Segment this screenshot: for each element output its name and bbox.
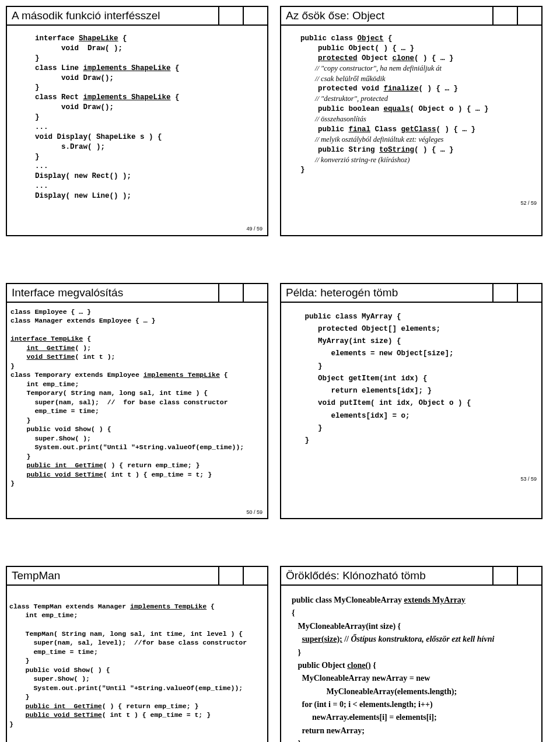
code-text: clone()	[347, 661, 370, 670]
code-text	[292, 635, 302, 643]
code-text: toString	[379, 146, 414, 154]
tab-box	[494, 567, 518, 584]
code-text: ( Object o ) { … }	[410, 105, 489, 113]
page-number: 50 / 59	[246, 509, 262, 516]
comment-text: // konverzió string-re (kiíráshoz)	[300, 156, 410, 164]
code-text: for (int i = 0; i < elements.length; i++…	[292, 700, 433, 709]
code-text: {	[118, 34, 127, 43]
code-text: }	[9, 657, 30, 664]
code-text: finalize	[384, 85, 419, 93]
code-text: public class MyCloneableArray	[292, 596, 404, 604]
tab-box	[244, 7, 267, 24]
code-text: clone	[393, 54, 415, 62]
code-text	[10, 353, 27, 360]
code-text: Class	[370, 125, 401, 134]
code-text: emp_time = time;	[10, 407, 99, 415]
code-text: protected void	[300, 85, 384, 93]
code-text: public class	[300, 34, 358, 43]
slide-title: Interface megvalósítás	[7, 284, 219, 302]
code-text: ( ) { … }	[414, 54, 454, 62]
tab-box	[518, 7, 541, 24]
slide-body: public class Object { public Object( ) {…	[281, 26, 541, 209]
code-text: }	[10, 480, 15, 487]
slide-body: class Employee { … } class Manager exten…	[7, 303, 267, 518]
code-text: interface	[35, 34, 79, 43]
code-text: super(size);	[302, 635, 342, 643]
code-text: final	[349, 125, 371, 134]
comment-text: Őstípus konstruktora, először ezt kell h…	[351, 635, 494, 643]
code-text: }	[35, 83, 40, 92]
code-text: ShapeLike	[79, 34, 118, 43]
code-text: }	[292, 739, 301, 742]
title-bar: Öröklődés: Klónozható tömb	[281, 567, 541, 586]
code-text: super(nam, sal); // for base class const…	[10, 398, 228, 406]
slide-title: Az ősök őse: Object	[281, 7, 494, 24]
code-text: }	[10, 453, 31, 460]
code-text: implements TempLike	[130, 603, 206, 610]
code-text: super.Show( );	[10, 435, 91, 442]
comment-text: // csak belülről működik	[300, 75, 385, 83]
code-text: {	[384, 34, 393, 43]
code-text: MyArray(int size) {	[305, 337, 401, 345]
code-text: int emp_time;	[10, 380, 79, 388]
code-text: getClass	[401, 125, 436, 134]
comment-text: // összehasonlítás	[300, 115, 366, 123]
code-text: class Employee { … }	[10, 308, 91, 316]
code-text: void putItem( int idx, Object o ) {	[305, 399, 471, 407]
slide-51: TempMan class TempMan extends Manager im…	[6, 566, 268, 742]
slide-body: public class MyCloneableArray extends My…	[281, 586, 541, 742]
code-text: ( ) { … }	[419, 85, 459, 93]
code-text: {	[220, 371, 228, 379]
slide-title: Példa: heterogén tömb	[281, 284, 494, 302]
code-text: ...	[35, 123, 48, 131]
comment-text: // "copy constructor", ha nem definiálju…	[300, 64, 442, 72]
tab-box	[219, 567, 244, 584]
code-text: }	[305, 362, 323, 370]
code-text: public void SetTime	[26, 711, 102, 719]
tab-box	[219, 7, 244, 24]
code-text: newArray.elements[i] = elements[i];	[292, 713, 437, 722]
slide-title: A második funkció interfésszel	[7, 7, 219, 24]
code-text: elements[idx] = o;	[305, 412, 410, 420]
code-text: MyCloneableArray newArray = new	[292, 674, 430, 682]
code-text: public int GetTime	[26, 702, 102, 710]
slide-title: Öröklődés: Klónozható tömb	[281, 567, 494, 584]
code-text: class Temporary extends Employee	[10, 371, 144, 379]
code-text: ( int t ) { emp_time = t; }	[103, 471, 212, 478]
code-text: Object getItem(int idx) {	[305, 374, 428, 383]
code-text: ( ) { return emp_time; }	[103, 461, 200, 469]
code-text: Object	[358, 34, 384, 43]
code-text: ( ) { … }	[436, 125, 476, 134]
code-text: {	[371, 661, 376, 670]
code-text: ( int t );	[75, 353, 115, 360]
code-text	[9, 711, 26, 719]
title-bar: Interface megvalósítás	[7, 284, 267, 303]
code-text: elements = new Object[size];	[305, 349, 454, 358]
code-text	[9, 702, 26, 710]
slide-50: Interface megvalósítás class Employee { …	[6, 283, 268, 519]
code-text: {	[171, 93, 180, 102]
code-text: public	[300, 125, 349, 134]
comment-text: // melyik osztályból definiáltuk ezt: vé…	[300, 135, 443, 144]
code-text: MyCloneableArray(elements.length);	[292, 687, 457, 696]
code-text: }	[292, 648, 301, 657]
code-text: return elements[idx]; }	[305, 387, 432, 395]
code-text: equals	[384, 105, 410, 113]
code-text: }	[305, 424, 323, 432]
code-text: void Draw();	[35, 74, 114, 82]
code-text: {	[171, 64, 180, 72]
code-text: public Object	[292, 661, 347, 670]
code-text: void Draw( );	[35, 44, 123, 52]
comment-text: // "destruktor", protected	[300, 94, 388, 103]
code-text: }	[10, 362, 15, 370]
slide-52: Az ősök őse: Object public class Object …	[280, 6, 542, 236]
tab-box	[219, 284, 244, 302]
title-bar: TempMan	[7, 567, 267, 586]
code-text: }	[305, 436, 310, 444]
code-text: Display( new Line() );	[35, 192, 131, 200]
code-text: {	[292, 608, 295, 617]
code-text: ( ) { … }	[414, 146, 454, 154]
code-text: interface TempLike	[10, 335, 83, 342]
code-text: void SetTime	[27, 353, 75, 360]
code-text: System.out.print("Until "+String.valueOf…	[9, 684, 243, 692]
